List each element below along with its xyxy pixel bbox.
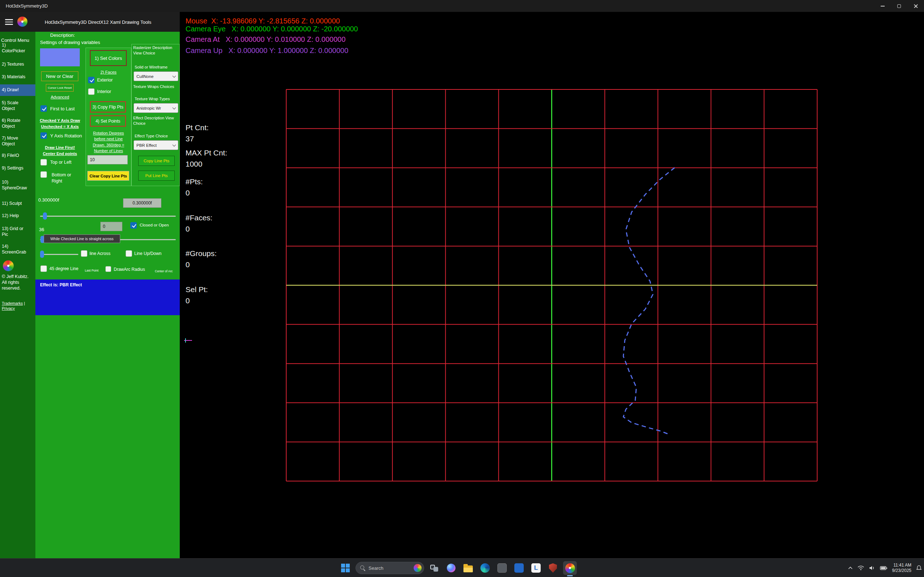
volume-icon bbox=[869, 566, 875, 571]
rotation-degrees-link[interactable]: Rotation Degrees before next Line Drawn.… bbox=[86, 130, 131, 154]
copilot-button[interactable] bbox=[444, 561, 458, 575]
taskbar-search[interactable]: Search bbox=[355, 562, 424, 574]
l-app-icon: L bbox=[531, 563, 541, 573]
taskbar-clock[interactable]: 11:41 AM 9/23/2025 bbox=[892, 562, 911, 574]
hamburger-menu-icon[interactable] bbox=[5, 19, 13, 25]
sidebar-item-9[interactable]: 9) Settings bbox=[0, 163, 36, 174]
effect-heading: Effect Description View Choice bbox=[133, 115, 174, 126]
line-across-label: line Across bbox=[89, 251, 110, 256]
privacy-link[interactable]: Privacy bbox=[2, 306, 15, 311]
sidebar-item-10[interactable]: 10) SphereDraw bbox=[0, 177, 36, 193]
degrees-input[interactable] bbox=[87, 155, 128, 164]
sidebar-item-3[interactable]: 3) Materials bbox=[0, 71, 36, 83]
wifi-button[interactable] bbox=[858, 566, 864, 571]
sidebar: Control Menu 1) ColorPicker2) Textures3)… bbox=[0, 32, 36, 558]
drawing-panel: Description: Settings of drawing variabl… bbox=[36, 32, 180, 558]
scale-slider-thumb[interactable] bbox=[43, 213, 47, 220]
advanced-link[interactable]: Advanced bbox=[36, 95, 84, 99]
texture-wrap-dropdown[interactable]: Anistropic Wr bbox=[134, 103, 178, 113]
security-app-button[interactable] bbox=[546, 561, 560, 575]
taskbar: Search L bbox=[0, 558, 924, 577]
maximize-button[interactable] bbox=[891, 0, 908, 12]
bottom-or-right-checkbox[interactable] bbox=[40, 171, 47, 178]
scale-value-label: 0.300000f bbox=[38, 197, 59, 203]
across-slider-thumb[interactable] bbox=[40, 251, 44, 258]
minimize-button[interactable] bbox=[874, 0, 891, 12]
set-colors-button[interactable]: 1) Set Colors bbox=[90, 50, 127, 66]
trademarks-link[interactable]: Trademarks bbox=[2, 301, 23, 305]
clear-copy-line-pts-button[interactable]: Clear Copy Line Pts bbox=[87, 171, 129, 181]
sidebar-item-5[interactable]: 5) Scale Object bbox=[0, 97, 36, 114]
close-button[interactable] bbox=[908, 0, 924, 12]
new-or-clear-button[interactable]: New or Clear bbox=[41, 71, 78, 81]
sidebar-item-2[interactable]: 2) Textures bbox=[0, 59, 36, 70]
minimize-icon bbox=[881, 6, 885, 6]
app-header: Hot3dxSymmetry3D DirectX12 Xaml Drawing … bbox=[0, 12, 180, 32]
sidebar-item-14[interactable]: 14) ScreenGrab bbox=[0, 241, 36, 258]
closed-or-open-checkbox[interactable] bbox=[130, 222, 137, 229]
interior-checkbox[interactable] bbox=[88, 89, 95, 95]
line-up-down-checkbox[interactable] bbox=[126, 250, 132, 257]
deg45-line-checkbox[interactable] bbox=[40, 266, 47, 272]
app-button-2[interactable] bbox=[512, 561, 526, 575]
volume-button[interactable] bbox=[869, 566, 875, 571]
exterior-label: Exterior bbox=[97, 77, 113, 82]
effect-status-panel: Effect is: PBR Effect bbox=[36, 279, 180, 315]
scale-slider-track[interactable] bbox=[40, 216, 176, 217]
sidebar-item-8[interactable]: 8) FileIO bbox=[0, 150, 36, 161]
sidebar-item-11[interactable]: 11) Sculpt bbox=[0, 198, 36, 210]
legal-links: Trademarks | Privacy bbox=[2, 301, 32, 311]
app-button-1[interactable] bbox=[495, 561, 509, 575]
y-axis-rotation-label: Y Axis Rotation bbox=[50, 133, 82, 139]
line-across-checkbox[interactable] bbox=[81, 250, 87, 257]
start-button[interactable] bbox=[339, 561, 352, 575]
faces-link[interactable]: 2) Faces bbox=[86, 70, 131, 74]
top-or-left-checkbox[interactable] bbox=[40, 159, 47, 166]
put-line-pts-button[interactable]: Put Line Pts bbox=[138, 171, 175, 181]
effect-status-text: Effect is: PBR Effect bbox=[40, 282, 180, 287]
y-axis-rotation-checkbox[interactable] bbox=[40, 132, 47, 139]
across-slider-track[interactable] bbox=[40, 254, 78, 255]
hot3dx-app-button[interactable] bbox=[563, 561, 577, 575]
draw-arc-checkbox[interactable] bbox=[105, 266, 111, 272]
y-axis-draw-link[interactable]: Checked Y Axis Draw Unchecked = X Axis bbox=[36, 118, 84, 129]
copy-line-pts-button[interactable]: Copy Line Pts bbox=[138, 156, 175, 166]
battery-button[interactable] bbox=[880, 566, 888, 570]
exterior-checkbox[interactable] bbox=[88, 77, 95, 83]
copy-flip-pts-button[interactable]: 3) Copy Flip Pts bbox=[90, 102, 126, 113]
sidebar-item-13[interactable]: 13) Grid or Pic bbox=[0, 223, 36, 240]
cull-mode-dropdown[interactable]: CullNone bbox=[134, 71, 178, 81]
sidebar-item-1[interactable]: 1) ColorPicker bbox=[0, 40, 36, 56]
effect-type-dropdown[interactable]: PBR Effect bbox=[134, 140, 178, 150]
grey-app-icon bbox=[498, 563, 507, 573]
system-tray: 11:41 AM 9/23/2025 bbox=[848, 559, 922, 577]
active-app-indicator bbox=[567, 575, 573, 576]
task-view-button[interactable] bbox=[427, 561, 441, 575]
sidebar-item-6[interactable]: 6) Rotate Object bbox=[0, 115, 36, 132]
sidebar-item-12[interactable]: 12) Help bbox=[0, 210, 36, 222]
scale-value-box: 0.300000f bbox=[123, 198, 162, 208]
first-to-last-checkbox[interactable] bbox=[40, 105, 47, 112]
grid-and-curve bbox=[180, 12, 924, 558]
hot3dx-logo-icon bbox=[565, 563, 575, 573]
sidebar-item-7[interactable]: 7) Move Object bbox=[0, 133, 36, 150]
cursor-lock-reset-button[interactable]: Cursor Lock Reset bbox=[46, 84, 74, 92]
chevron-down-icon bbox=[173, 143, 176, 147]
draw-line-first-link[interactable]: Draw Line First! Center End points bbox=[36, 145, 84, 156]
notification-button[interactable] bbox=[916, 565, 922, 571]
tray-chevron-button[interactable] bbox=[848, 567, 853, 569]
edge-button[interactable] bbox=[478, 561, 492, 575]
sidebar-item-4[interactable]: 4) Draw! bbox=[0, 84, 36, 96]
drawing-controls-box: 1) Set Colors 2) Faces Exterior Interior… bbox=[86, 48, 131, 186]
zero-input[interactable] bbox=[100, 222, 122, 231]
copyright-text: © Jeff Kubitz. All rights reserved. bbox=[2, 274, 29, 291]
line-up-down-label: Line Up/Down bbox=[134, 251, 162, 256]
color-swatch[interactable] bbox=[40, 48, 80, 66]
stat-faces: #Faces:0 bbox=[186, 212, 213, 234]
set-points-button[interactable]: 4) Set Points bbox=[90, 115, 126, 127]
app-button-l[interactable]: L bbox=[529, 561, 543, 575]
drawing-canvas[interactable]: Mouse X: -13.986069 Y: -2.815656 Z: 0.00… bbox=[180, 12, 924, 558]
window-titlebar: Hot3dxSymmetry3D bbox=[0, 0, 924, 12]
file-explorer-button[interactable] bbox=[461, 561, 475, 575]
window-title: Hot3dxSymmetry3D bbox=[6, 3, 48, 9]
